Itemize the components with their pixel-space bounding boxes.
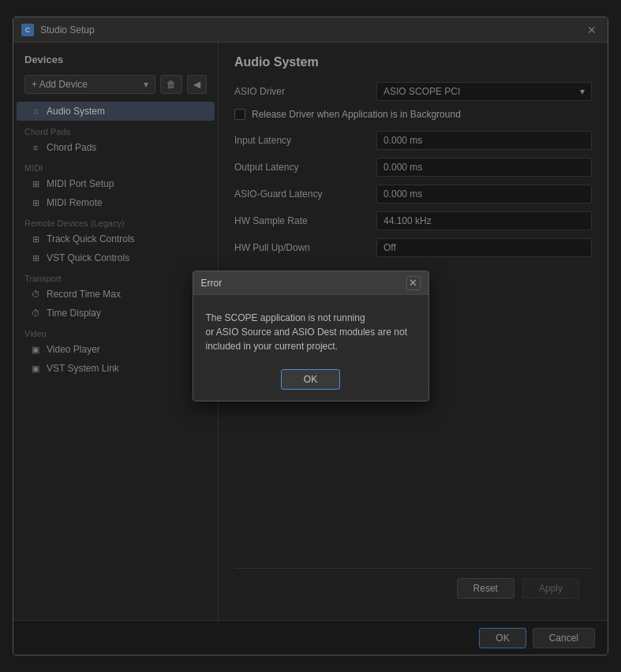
dialog-footer: OK (193, 363, 428, 401)
dialog-title-bar: Error ✕ (193, 271, 428, 295)
dialog-ok-button[interactable]: OK (281, 369, 340, 390)
studio-setup-window: C Studio Setup ✕ Devices + Add Device ▾ … (13, 17, 608, 655)
error-dialog-overlay: Error ✕ The SCOPE application is not run… (13, 17, 608, 655)
error-dialog: Error ✕ The SCOPE application is not run… (193, 271, 429, 401)
dialog-close-button[interactable]: ✕ (406, 276, 421, 290)
dialog-message: The SCOPE application is not runningor A… (206, 312, 407, 352)
dialog-body: The SCOPE application is not runningor A… (193, 295, 428, 363)
dialog-title-text: Error (201, 278, 406, 289)
